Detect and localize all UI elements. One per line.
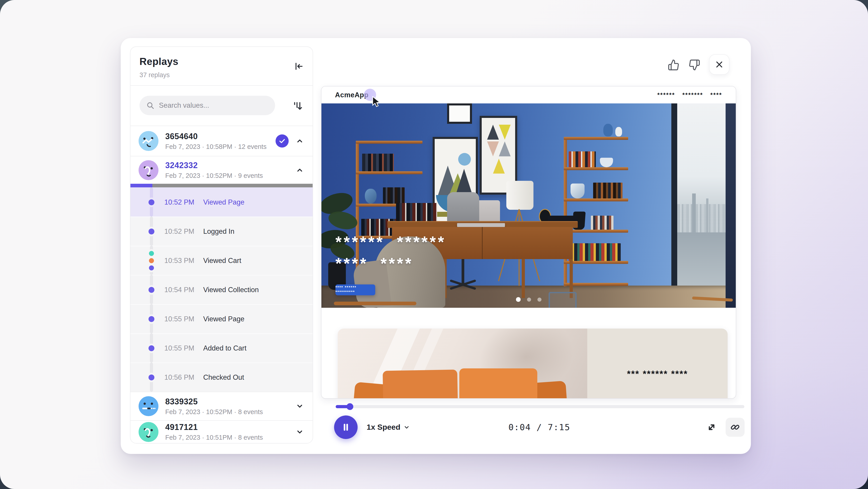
event-label[interactable]: Viewed Page	[203, 315, 244, 323]
event-time: 10:55 PM	[164, 315, 194, 323]
collapse-left-icon	[293, 61, 304, 71]
site-logo: AcmeApp	[335, 91, 368, 99]
chevron-down-icon[interactable]	[296, 402, 304, 410]
session-progress-bar[interactable]	[130, 184, 313, 188]
sort-descending-icon	[292, 100, 303, 111]
curtain-decor	[725, 104, 736, 308]
shelf-board	[564, 261, 628, 264]
shelf-board	[564, 230, 628, 233]
link-icon	[730, 422, 740, 432]
sofa-cushion	[459, 368, 537, 399]
event-row[interactable]: 10:52 PM Logged In	[130, 217, 313, 246]
session-id[interactable]: 3654640	[165, 132, 267, 141]
books-decor	[383, 188, 405, 204]
chevron-up-icon[interactable]	[296, 137, 304, 145]
shelf-board	[564, 283, 628, 286]
sort-button[interactable]	[288, 96, 307, 115]
search-box[interactable]	[140, 96, 275, 115]
nav-item-masked: ****	[710, 91, 722, 98]
watched-check-badge	[276, 135, 289, 147]
event-label[interactable]: Viewed Cart	[203, 257, 241, 265]
books-decor	[591, 215, 614, 230]
sofa-cushion	[383, 370, 458, 399]
event-dot-stack	[149, 251, 154, 270]
chair-pole-decor	[462, 259, 464, 284]
event-time: 10:55 PM	[164, 344, 194, 352]
event-label[interactable]: Viewed Collection	[203, 286, 259, 294]
speed-dropdown[interactable]: 1x Speed	[367, 423, 410, 432]
event-dot	[149, 287, 154, 293]
event-row[interactable]: 10:54 PM Viewed Collection	[130, 275, 313, 304]
hero-image: ****** ********** **** **** ****** *****…	[321, 104, 736, 308]
poster-motif	[456, 169, 473, 196]
event-time: 10:53 PM	[164, 257, 194, 265]
collapse-sidebar-button[interactable]	[292, 60, 305, 73]
carousel-dots[interactable]	[516, 297, 541, 302]
avatar	[138, 131, 158, 151]
vase-decor	[615, 127, 622, 137]
search-input[interactable]	[158, 101, 268, 110]
event-row[interactable]: 10:55 PM Added to Cart	[130, 333, 313, 363]
pause-button[interactable]	[334, 415, 358, 439]
event-time: 10:56 PM	[164, 373, 194, 381]
bookshelf-right-decor	[564, 137, 628, 286]
magazine-rack-decor	[549, 292, 577, 308]
close-button[interactable]	[709, 54, 730, 75]
shelf-board	[356, 141, 423, 144]
thumbs-down-button[interactable]	[688, 58, 701, 72]
session-row[interactable]: 8339325 Feb 7, 2023 · 10:52PM · 8 events	[130, 392, 313, 420]
check-icon	[278, 137, 286, 145]
poster-motif	[487, 141, 499, 156]
chevron-down-icon[interactable]	[296, 428, 304, 436]
hero-cta-label-masked: **** ****** **********	[336, 285, 375, 294]
content-panel: *** ****** ****	[587, 328, 727, 399]
laptop-base-decor	[457, 223, 505, 227]
shelf-board	[356, 171, 423, 174]
sofa-photo	[338, 328, 587, 399]
playback-seekbar[interactable]	[336, 405, 744, 408]
thumbs-up-button[interactable]	[667, 58, 680, 72]
carousel-dot[interactable]	[527, 297, 531, 301]
session-row-active[interactable]: 3242332 Feb 7, 2023 · 10:52PM · 9 events	[130, 156, 313, 184]
vase-decor	[603, 124, 613, 137]
pause-icon	[341, 423, 350, 432]
event-dot	[149, 229, 154, 234]
carousel-dot[interactable]	[537, 297, 541, 301]
poster-motif	[499, 125, 510, 140]
hero-heading-line1: ****** ******	[336, 231, 446, 253]
sidebar-header: Replays 37 replays	[130, 47, 313, 85]
session-progress-fill	[130, 184, 152, 188]
seek-knob[interactable]	[346, 403, 353, 410]
event-row[interactable]: 10:52 PM Viewed Page	[130, 188, 313, 217]
event-label[interactable]: Added to Cart	[203, 344, 246, 352]
chevron-up-icon[interactable]	[296, 166, 304, 174]
event-dot	[149, 374, 154, 380]
replay-viewport: AcmeApp ****** ******* ****	[321, 86, 736, 399]
session-text: 8339325 Feb 7, 2023 · 10:52PM · 8 events	[165, 397, 263, 416]
nav-item-masked: ******	[657, 91, 675, 98]
event-label[interactable]: Checked Out	[203, 373, 244, 381]
share-link-button[interactable]	[725, 418, 745, 437]
session-row[interactable]: 4917121 Feb 7, 2023 · 10:51PM · 8 events	[130, 420, 313, 443]
hero-cta-button[interactable]: **** ****** **********	[336, 284, 375, 295]
event-row[interactable]: 10:53 PM Viewed Cart	[130, 246, 313, 275]
poster-motif	[499, 141, 510, 156]
books-decor	[362, 154, 394, 171]
sofa-decor	[353, 370, 567, 399]
session-row-actions	[296, 428, 304, 436]
session-row[interactable]: 3654640 Feb 7, 2023 · 10:58PM · 12 event…	[130, 126, 313, 156]
session-meta: Feb 7, 2023 · 10:51PM · 8 events	[165, 434, 263, 441]
carousel-dot[interactable]	[516, 297, 521, 302]
event-label[interactable]: Viewed Page	[203, 198, 244, 206]
thumbs-down-icon	[688, 59, 700, 71]
session-id[interactable]: 8339325	[165, 397, 263, 406]
event-time: 10:54 PM	[164, 286, 194, 294]
event-row[interactable]: 10:56 PM Checked Out	[130, 363, 313, 392]
session-id[interactable]: 4917121	[165, 423, 263, 432]
fullscreen-button[interactable]	[704, 420, 719, 434]
session-id[interactable]: 3242332	[165, 161, 263, 170]
session-row-actions	[296, 166, 304, 174]
avatar	[138, 422, 158, 442]
event-row[interactable]: 10:55 PM Viewed Page	[130, 304, 313, 333]
event-label[interactable]: Logged In	[203, 227, 235, 235]
